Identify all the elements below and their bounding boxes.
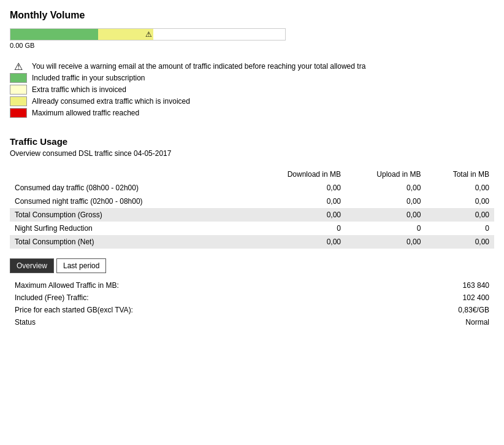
row-total: 0 (426, 222, 494, 235)
row-label: Total Consumption (Gross) (10, 208, 252, 222)
info-value: 102 400 (382, 292, 494, 304)
row-total: 0,00 (426, 235, 494, 249)
legend-icon-green (10, 73, 27, 83)
bar-extra: ⚠ (98, 29, 153, 40)
legend-icon-warning: ⚠ (10, 61, 27, 71)
info-label: Maximum Allowed Traffic in MB: (10, 279, 382, 292)
row-label: Consumed day traffic (08h00 - 02h00) (10, 181, 252, 195)
row-label: Night Surfing Reduction (10, 222, 252, 235)
legend-row: Allready consumed extra traffic which is… (10, 96, 494, 106)
legend-text: You will receive a warning email at the … (32, 62, 365, 71)
row-total: 0,00 (426, 208, 494, 222)
row-download: 0,00 (252, 235, 346, 249)
info-value: 0,83€/GB (382, 304, 494, 316)
bar-included (10, 29, 98, 40)
info-label: Status (10, 316, 382, 328)
table-row: Consumed night traffic (02h00 - 08h00)0,… (10, 195, 494, 208)
monthly-volume-bar-section: 100 1564 GB ⚠ 0.00 GB (10, 27, 494, 49)
table-row: Night Surfing Reduction000 (10, 222, 494, 235)
info-row: StatusNormal (10, 316, 494, 328)
row-upload: 0 (346, 222, 426, 235)
info-row: Included (Free) Traffic:102 400 (10, 292, 494, 304)
row-upload: 0,00 (346, 208, 426, 222)
progress-bar: ⚠ (10, 28, 286, 41)
row-download: 0,00 (252, 208, 346, 222)
table-row: Total Consumption (Gross)0,000,000,00 (10, 208, 494, 222)
btn-last-period[interactable]: Last period (56, 258, 106, 273)
row-download: 0,00 (252, 195, 346, 208)
table-row: Total Consumption (Net)0,000,000,00 (10, 235, 494, 249)
legend-row: ⚠You will receive a warning email at the… (10, 61, 494, 71)
row-upload: 0,00 (346, 195, 426, 208)
info-row: Maximum Allowed Traffic in MB:163 840 (10, 279, 494, 292)
row-total: 0,00 (426, 181, 494, 195)
legend-row: Extra traffic which is invoiced (10, 85, 494, 95)
traffic-title: Traffic Usage (10, 136, 494, 147)
legend: ⚠You will receive a warning email at the… (10, 61, 494, 118)
legend-row: Maximum allowed traffic reached (10, 108, 494, 118)
row-label: Total Consumption (Net) (10, 235, 252, 249)
info-value: Normal (382, 316, 494, 328)
traffic-table: Download in MB Upload in MB Total in MB … (10, 168, 494, 249)
legend-text: Allready consumed extra traffic which is… (32, 97, 190, 106)
legend-text: Maximum allowed traffic reached (32, 109, 139, 117)
col-header-label (10, 168, 252, 181)
traffic-section: Traffic Usage Overview consumed DSL traf… (10, 136, 494, 249)
col-header-total: Total in MB (426, 168, 494, 181)
col-header-download: Download in MB (252, 168, 346, 181)
bar-zero-label: 0.00 GB (10, 42, 494, 49)
row-total: 0,00 (426, 195, 494, 208)
traffic-subtitle: Overview consumed DSL traffic since 04-0… (10, 149, 494, 158)
legend-icon-red (10, 108, 27, 118)
info-value: 163 840 (382, 279, 494, 292)
btn-overview[interactable]: Overview (10, 258, 54, 273)
info-table: Maximum Allowed Traffic in MB:163 840Inc… (10, 279, 494, 328)
row-upload: 0,00 (346, 181, 426, 195)
legend-row: Included traffic in your subscription (10, 73, 494, 83)
col-header-upload: Upload in MB (346, 168, 426, 181)
page-title: Monthly Volume (10, 10, 494, 21)
info-label: Included (Free) Traffic: (10, 292, 382, 304)
info-label: Price for each started GB(excl TVA): (10, 304, 382, 316)
row-upload: 0,00 (346, 235, 426, 249)
row-download: 0 (252, 222, 346, 235)
row-download: 0,00 (252, 181, 346, 195)
info-row: Price for each started GB(excl TVA):0,83… (10, 304, 494, 316)
legend-text: Extra traffic which is invoiced (32, 85, 126, 94)
legend-text: Included traffic in your subscription (32, 74, 145, 82)
row-label: Consumed night traffic (02h00 - 08h00) (10, 195, 252, 208)
legend-icon-lightyellow (10, 85, 27, 95)
button-group: OverviewLast period (10, 258, 494, 273)
bar-bell-icon: ⚠ (145, 30, 152, 39)
legend-icon-yellow (10, 96, 27, 106)
table-row: Consumed day traffic (08h00 - 02h00)0,00… (10, 181, 494, 195)
